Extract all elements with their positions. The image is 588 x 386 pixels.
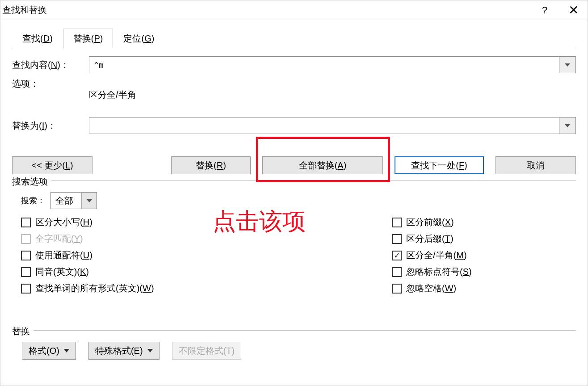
options-label: 选项： <box>12 78 89 90</box>
chevron-down-icon <box>565 124 570 127</box>
search-direction-dropdown[interactable]: 全部 <box>50 192 97 209</box>
special-format-button[interactable]: 特殊格式(E) <box>88 342 160 360</box>
tab-find[interactable]: 查找(D) <box>12 29 63 48</box>
find-input[interactable] <box>89 56 559 73</box>
checkbox-label: 全字匹配(Y) <box>35 233 83 245</box>
find-label: 查找内容(N)： <box>12 59 89 71</box>
checkbox <box>392 284 402 294</box>
checkbox <box>392 267 402 277</box>
checkbox-option[interactable]: 区分后缀(T) <box>392 233 472 245</box>
replace-input[interactable] <box>89 117 559 134</box>
button-row: << 更少(L) 替换(R) 全部替换(A) 查找下一处(F) 取消 <box>12 156 576 174</box>
replace-combo <box>89 117 576 134</box>
triangle-down-icon <box>64 349 69 352</box>
find-row: 查找内容(N)： <box>12 56 576 73</box>
search-options-fieldset: 搜索选项 搜索： 全部 区分大小写(H)全字匹配(Y)使用通配符(U)同音(英文… <box>12 180 576 294</box>
checkbox-col-left: 区分大小写(H)全字匹配(Y)使用通配符(U)同音(英文)(K)查找单词的所有形… <box>21 216 392 294</box>
checkbox: ✓ <box>392 251 402 260</box>
tab-goto[interactable]: 定位(G) <box>113 29 164 48</box>
tabs: 查找(D) 替换(P) 定位(G) <box>12 28 576 48</box>
find-dropdown-button[interactable] <box>559 56 576 73</box>
checkbox-label: 使用通配符(U) <box>35 249 92 261</box>
dropdown-button <box>81 193 97 209</box>
replace-label: 替换为(I)： <box>12 120 89 132</box>
checkbox-option: 全字匹配(Y) <box>21 233 392 245</box>
replace-format-fieldset: 替换 格式(O) 特殊格式(E) 不限定格式(T) <box>12 330 576 360</box>
tab-replace[interactable]: 替换(P) <box>63 29 113 48</box>
checkbox-option[interactable]: 区分前缀(X) <box>392 216 472 228</box>
checkbox-option[interactable]: 忽略标点符号(S) <box>392 266 472 278</box>
titlebar: 查找和替换 ? ✕ <box>0 0 588 20</box>
checkbox-label: 区分前缀(X) <box>406 216 454 228</box>
less-button[interactable]: << 更少(L) <box>12 156 92 174</box>
options-row: 选项： <box>12 78 576 90</box>
cancel-button[interactable]: 取消 <box>496 156 576 174</box>
checkbox-label: 忽略标点符号(S) <box>406 266 472 278</box>
search-direction-value: 全部 <box>51 195 81 207</box>
help-button[interactable]: ? <box>535 2 554 18</box>
find-next-button[interactable]: 查找下一处(F) <box>395 156 484 174</box>
checkbox <box>392 218 402 227</box>
checkbox-label: 区分后缀(T) <box>406 233 454 245</box>
replace-button[interactable]: 替换(R) <box>171 156 251 174</box>
dialog-content: 查找(D) 替换(P) 定位(G) 查找内容(N)： 选项： 区分全/半角 <box>0 20 588 364</box>
no-format-button: 不限定格式(T) <box>172 342 242 360</box>
checkbox-label: 区分大小写(H) <box>35 216 92 228</box>
dialog-title: 查找和替换 <box>2 4 47 16</box>
find-replace-dialog: 查找和替换 ? ✕ 查找(D) 替换(P) 定位(G) 查找内容(N)： <box>0 0 588 386</box>
checkbox-option[interactable]: 查找单词的所有形式(英文)(W) <box>21 282 392 294</box>
replace-row: 替换为(I)： <box>12 117 576 134</box>
search-direction-label: 搜索： <box>21 195 45 206</box>
checkbox-label: 忽略空格(W) <box>406 282 456 294</box>
checkbox <box>21 251 31 260</box>
annotation-text: 点击该项 <box>213 206 306 237</box>
replace-all-button[interactable]: 全部替换(A) <box>262 156 383 174</box>
checkbox <box>21 284 31 294</box>
checkbox-label: 查找单词的所有形式(英文)(W) <box>35 282 154 294</box>
chevron-down-icon <box>87 199 92 202</box>
checkbox-label: 区分全/半角(M) <box>406 249 467 261</box>
titlebar-controls: ? ✕ <box>535 2 583 18</box>
checkbox-option[interactable]: 区分大小写(H) <box>21 216 392 228</box>
checkbox <box>392 234 402 244</box>
checkbox-option[interactable]: 同音(英文)(K) <box>21 266 392 278</box>
checkbox-option[interactable]: ✓区分全/半角(M) <box>392 249 472 261</box>
checkbox-label: 同音(英文)(K) <box>35 266 89 278</box>
replace-format-legend: 替换 <box>12 325 34 337</box>
checkbox-option[interactable]: 使用通配符(U) <box>21 249 392 261</box>
checkbox <box>21 218 31 227</box>
format-button[interactable]: 格式(O) <box>22 342 76 360</box>
close-button[interactable]: ✕ <box>563 2 583 18</box>
check-icon: ✓ <box>394 252 400 260</box>
checkbox <box>21 234 31 244</box>
checkbox <box>21 267 31 277</box>
checkbox-option[interactable]: 忽略空格(W) <box>392 282 472 294</box>
replace-dropdown-button[interactable] <box>559 117 576 134</box>
find-combo <box>89 56 576 73</box>
checkbox-col-right: 区分前缀(X)区分后缀(T)✓区分全/半角(M)忽略标点符号(S)忽略空格(W) <box>392 216 472 294</box>
triangle-down-icon <box>147 349 153 352</box>
chevron-down-icon <box>565 63 570 67</box>
search-options-legend: 搜索选项 <box>12 176 51 188</box>
options-value: 区分全/半角 <box>89 89 576 101</box>
